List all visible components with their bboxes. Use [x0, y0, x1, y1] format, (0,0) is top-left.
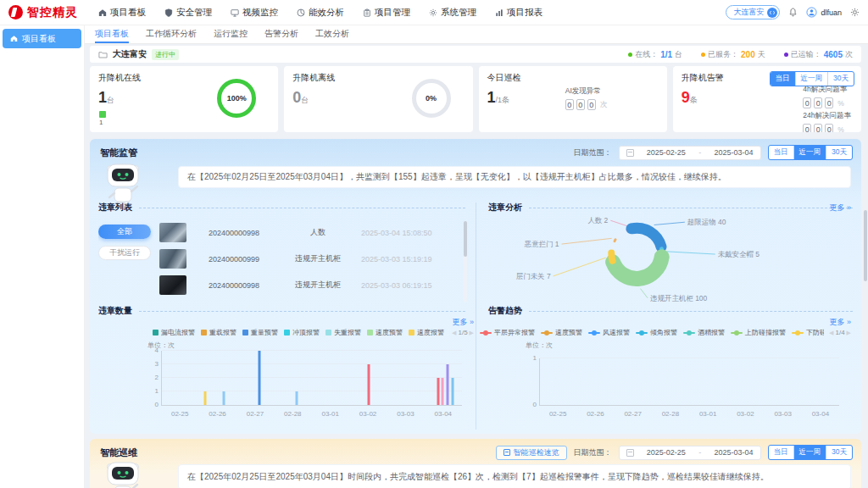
range-button-近一周[interactable]: 近一周	[793, 146, 826, 159]
violation-row-2[interactable]: 202400000998 违规开主机柜 2025-03-03 06:19:15	[159, 272, 467, 298]
violation-row-0[interactable]: 202400000998 人数 2025-03-04 15:08:50	[159, 219, 467, 246]
legend-item-2[interactable]: 重量预警	[242, 328, 278, 337]
tab-1[interactable]: 工作循环分析	[146, 25, 197, 43]
legend-item-0[interactable]: 平层异常报警	[480, 328, 535, 337]
bar	[259, 351, 261, 405]
legend-item-6[interactable]: 速度报警	[409, 328, 444, 337]
legend-line-icon	[636, 330, 648, 336]
violation-count-panel: 违章数量 更多 » 漏电流报警 重载报警 重量预警 冲顶报警 失重报警 速度预警…	[98, 306, 476, 430]
smart-patrol-overview-button[interactable]: 智能巡检速览	[496, 446, 567, 460]
nav-item-1[interactable]: 安全管理	[164, 7, 212, 19]
filter-全部[interactable]: 全部	[98, 225, 151, 239]
range-button-当日[interactable]: 当日	[771, 72, 795, 86]
pager-next-icon[interactable]: ▶	[847, 330, 851, 336]
range-button-近一周[interactable]: 近一周	[793, 446, 826, 459]
legend-item-3[interactable]: 冲顶报警	[284, 328, 320, 337]
filter-干扰运行[interactable]: 干扰运行	[98, 246, 151, 260]
legend-swatch-icon	[326, 330, 331, 336]
sidebar-item-label: 项目看板	[22, 33, 56, 45]
trend-x-axis: 02-2502-2602-2702-2803-0103-0203-0303-04	[539, 410, 839, 419]
violation-count-title-row: 违章数量	[98, 306, 465, 316]
nav-item-5[interactable]: 系统管理	[429, 7, 476, 19]
card-today-patrol: 今日巡检 1/1条 AI发现异常 000次	[479, 66, 667, 132]
donut-label-恶意拦门: 恶意拦门 1	[524, 240, 559, 248]
app-screen: 智控精灵 项目看板安全管理视频监控能效分析项目管理系统管理项目报表 大连富安 d…	[0, 0, 868, 488]
violation-thumbnail	[159, 223, 186, 242]
range-button-当日[interactable]: 当日	[769, 146, 793, 159]
card-title: 今日巡检	[487, 72, 659, 84]
list-scrollbar[interactable]	[464, 221, 467, 302]
org-switcher[interactable]: 大连富安	[726, 5, 780, 19]
app-logo[interactable]: 智控精灵	[0, 5, 85, 20]
nav-item-0[interactable]: 项目看板	[98, 7, 146, 19]
count-more-link[interactable]: 更多 »	[452, 317, 474, 328]
bar	[442, 378, 444, 405]
count-bar-plot: 01234	[161, 351, 462, 406]
date-range-picker[interactable]: 2025-02-25 - 2025-03-04	[619, 446, 761, 460]
rate-24h-label: 24h解决问题率	[803, 111, 851, 121]
legend-item-6[interactable]: 下防碰撞报警	[792, 328, 824, 337]
bell-icon[interactable]	[788, 8, 798, 17]
donut-slice-恶意拦门	[615, 240, 615, 241]
nav-item-2[interactable]: 视频监控	[231, 7, 278, 19]
topbar: 智控精灵 项目看板安全管理视频监控能效分析项目管理系统管理项目报表 大连富安 d…	[0, 0, 868, 25]
date-to: 2025-03-04	[714, 448, 753, 457]
date-range-picker[interactable]: 2025-02-25 - 2025-03-04	[619, 146, 761, 160]
legend-item-3[interactable]: 倾角报警	[636, 328, 677, 337]
bar	[451, 378, 453, 405]
tab-0[interactable]: 项目看板	[95, 25, 129, 43]
stat-cards-row: 升降机在线 1台 100% 1 升降机离线 0台 0% 今日巡检 1/1条 AI…	[90, 66, 861, 132]
overview-icon	[504, 449, 510, 456]
analysis-more-link[interactable]: 更多 »	[829, 202, 851, 214]
violation-thumbnail	[159, 275, 186, 295]
pager-next-icon[interactable]: ▶	[470, 330, 474, 336]
legend-swatch-icon	[153, 330, 159, 336]
legend-item-4[interactable]: 失重报警	[326, 328, 361, 337]
legend-line-icon	[731, 330, 743, 336]
pager-prev-icon[interactable]: ◀	[829, 330, 833, 336]
legend-item-5[interactable]: 速度预警	[367, 328, 403, 337]
range-button-30天[interactable]: 30天	[826, 146, 852, 159]
tab-2[interactable]: 运行监控	[214, 25, 248, 43]
range-button-30天[interactable]: 30天	[826, 446, 852, 459]
rate-4h-digits: 000%	[803, 97, 851, 108]
tab-4[interactable]: 工效分析	[315, 25, 349, 43]
settings-gear-icon[interactable]	[850, 8, 860, 17]
nav-item-6[interactable]: 项目报表	[495, 7, 542, 19]
username: dlfuan	[821, 8, 842, 17]
count-x-axis: 02-2502-2602-2702-2803-0103-0203-0303-04	[161, 410, 462, 419]
range-button-30天[interactable]: 30天	[827, 72, 854, 86]
legend-item-2[interactable]: 风速报警	[588, 328, 630, 337]
violation-row-1[interactable]: 202400000999 违规开主机柜 2025-03-03 15:19:19	[159, 246, 467, 272]
pie-icon	[297, 8, 305, 17]
user-menu[interactable]: dlfuan	[806, 7, 842, 18]
legend-item-0[interactable]: 漏电流报警	[153, 328, 195, 337]
tab-3[interactable]: 告警分析	[264, 25, 298, 43]
range-button-近一周[interactable]: 近一周	[795, 72, 828, 86]
nav-item-4[interactable]: 项目管理	[363, 7, 410, 19]
avatar	[806, 7, 817, 18]
count-legend-pager: ◀ 1/5 ▶	[452, 329, 474, 336]
supervision-summary: 在【2025年02月25日至2025年03月04日】，共监测到【155】起违章，…	[178, 166, 851, 188]
divider	[139, 208, 465, 208]
page-scrollbar[interactable]	[864, 210, 867, 281]
sidebar-item-project-board[interactable]: 项目看板	[3, 29, 81, 48]
donut-slice-层门未关	[611, 253, 612, 261]
range-button-当日[interactable]: 当日	[769, 446, 793, 459]
section-smart-supervision: 智能监管 日期范围： 2025-02-25 - 2025-03-04 当日近一周…	[90, 139, 861, 434]
card-lift-online: 升降机在线 1台 100% 1	[90, 66, 278, 132]
legend-item-5[interactable]: 上防碰撞报警	[731, 328, 786, 337]
violation-thumbnail	[159, 249, 186, 269]
legend-item-1[interactable]: 速度预警	[541, 328, 582, 337]
trend-more-link[interactable]: 更多 »	[829, 317, 851, 328]
legend-item-4[interactable]: 酒精报警	[683, 328, 725, 337]
nav-item-3[interactable]: 能效分析	[297, 7, 344, 19]
divider	[529, 208, 853, 208]
stat-dot-icon	[784, 53, 788, 57]
legend-item-1[interactable]: 重载报警	[201, 328, 236, 337]
pager-prev-icon[interactable]: ◀	[452, 330, 456, 336]
inspection-controls: 智能巡检速览 日期范围： 2025-02-25 - 2025-03-04 当日近…	[496, 445, 853, 460]
digit-box: 0	[814, 97, 822, 108]
alarm-trend-panel: 告警趋势 更多 » 平层异常报警 速度预警 风速报警 倾角报警 酒精报警 上防碰…	[476, 306, 853, 430]
count-legend: 漏电流报警 重载报警 重量预警 冲顶报警 失重报警 速度预警 速度报警	[153, 328, 447, 337]
